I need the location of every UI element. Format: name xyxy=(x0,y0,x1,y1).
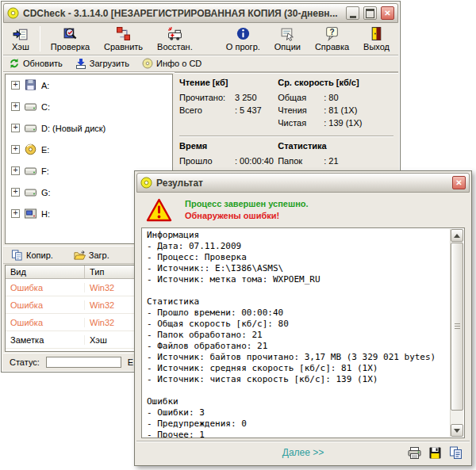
scroll-thumb[interactable] xyxy=(451,243,463,411)
speed-stats: Ср. скорость [кб/с] Общая: 80Чтения: 81 … xyxy=(278,78,393,129)
copy-errors-button[interactable]: Копир. xyxy=(11,250,53,261)
dialog-close-button[interactable] xyxy=(452,176,466,189)
log-line: - Файлов обработано: 21 xyxy=(147,341,447,352)
print-icon[interactable] xyxy=(408,446,421,460)
log-line: - Источник: средняя скорость [кб/с]: 81 … xyxy=(147,363,447,374)
main-titlebar[interactable]: CDCheck - 3.1.14.0 [НЕЗАРЕГИСТРИРОВАННАЯ… xyxy=(3,3,398,23)
log-line: - Процесс: Проверка xyxy=(147,252,447,263)
options-button[interactable]: Опции xyxy=(267,24,308,54)
result-dialog: Результат Процесс завершен успешно. Обна… xyxy=(134,170,472,466)
expand-icon[interactable] xyxy=(11,102,20,111)
help-button[interactable]: ? Справка xyxy=(308,24,356,54)
dialog-titlebar[interactable]: Результат xyxy=(136,173,470,193)
column-header[interactable]: Тип xyxy=(85,266,136,278)
main-toolbar: Хэш Проверка Сравнить xyxy=(3,23,398,55)
log-line xyxy=(147,385,447,396)
log-line: Информация xyxy=(147,230,447,241)
log-line: Ошибки xyxy=(147,396,447,407)
verify-button[interactable]: Проверка xyxy=(44,24,97,54)
tree-item-drive-e[interactable]: E: xyxy=(6,139,172,160)
copy-icon xyxy=(11,250,23,261)
log-line: - Источник: метка тома: WXPOEM_RU xyxy=(147,274,447,285)
expand-icon[interactable] xyxy=(11,81,20,90)
minimize-button[interactable] xyxy=(346,6,359,20)
recover-button[interactable]: Восстан. xyxy=(150,24,200,54)
log-line: - Прошло времени: 00:00:40 xyxy=(147,308,447,319)
exit-button[interactable]: Выход xyxy=(356,24,397,54)
stat-row: Прочитано:3 250 xyxy=(179,91,278,104)
log-line: Статистика xyxy=(147,296,447,308)
exit-icon xyxy=(369,26,384,41)
removable-drive-icon xyxy=(24,208,37,220)
stat-row: Чистая: 139 (1X) xyxy=(278,117,393,129)
result-log[interactable]: Информация- Дата: 07.11.2009- Процесс: П… xyxy=(141,227,465,438)
cd-info-icon xyxy=(142,58,153,69)
toolbar-separator xyxy=(40,26,40,52)
main-window-title: CDCheck - 3.1.14.0 [НЕЗАРЕГИСТРИРОВАННАЯ… xyxy=(23,8,342,19)
cd-drive-icon xyxy=(24,143,37,155)
app-cd-icon xyxy=(7,7,19,19)
close-button[interactable] xyxy=(381,6,394,20)
about-icon xyxy=(236,26,251,41)
expand-icon[interactable] xyxy=(11,124,20,132)
result-success-text: Процесс завершен успешно. xyxy=(185,198,309,210)
cd-info-button[interactable]: Инфо о CD xyxy=(142,58,202,69)
stat-row: Чтения: 81 (1X) xyxy=(278,104,393,117)
log-line xyxy=(147,285,447,296)
stat-row: Всего: 5 437 xyxy=(179,104,278,117)
hard-drive-icon xyxy=(24,186,37,198)
open-folder-icon xyxy=(74,250,86,261)
maximize-button[interactable] xyxy=(363,6,377,20)
hard-drive-icon xyxy=(24,165,37,177)
log-line: - Прочее: 1 xyxy=(147,430,447,438)
load-button[interactable]: Загрузить xyxy=(75,58,129,69)
load-errors-button[interactable]: Загр. xyxy=(74,250,109,261)
expand-icon[interactable] xyxy=(11,188,20,197)
tree-item-drive-d[interactable]: D: (Новый диск) xyxy=(6,117,172,139)
drive-navbar: Обновить Загрузить Инфо о CD xyxy=(3,55,398,72)
svg-text:?: ? xyxy=(329,28,334,36)
refresh-icon xyxy=(9,58,20,69)
stat-row: Папок: 21 xyxy=(278,155,393,167)
stat-row: Общая: 80 xyxy=(278,91,393,104)
warning-icon xyxy=(146,198,172,222)
tree-item-drive-a[interactable]: A: xyxy=(6,75,172,96)
compare-icon xyxy=(116,26,131,41)
result-header: Процесс завершен успешно. Обнаружены оши… xyxy=(136,193,470,227)
log-line: - Источник: чистая скорость [кб/с]: 139 … xyxy=(147,374,447,385)
scroll-down-icon[interactable] xyxy=(451,424,463,437)
compare-button[interactable]: Сравнить xyxy=(97,24,150,54)
hash-icon xyxy=(13,26,28,41)
expand-icon[interactable] xyxy=(11,166,20,175)
reading-stats: Чтение [кб] Прочитано:3 250Всего: 5 437 xyxy=(179,78,278,129)
scroll-up-icon[interactable] xyxy=(451,229,463,242)
log-line: - Предупреждения: 0 xyxy=(147,418,447,430)
status-progress-bar xyxy=(46,357,121,368)
status-label: Статус: xyxy=(10,357,40,367)
tree-item-drive-c[interactable]: C: xyxy=(6,96,172,117)
hash-button[interactable]: Хэш xyxy=(5,24,36,54)
log-line: - Папок обработано: 21 xyxy=(147,330,447,341)
about-button[interactable]: О прогр. xyxy=(219,24,267,54)
expand-icon[interactable] xyxy=(11,209,20,218)
expand-icon[interactable] xyxy=(11,145,20,154)
log-scrollbar[interactable] xyxy=(450,229,463,437)
column-header[interactable]: Вид xyxy=(6,266,85,278)
hard-drive-icon xyxy=(24,122,37,134)
app-cd-icon xyxy=(140,177,152,189)
dialog-title: Результат xyxy=(156,178,448,189)
refresh-button[interactable]: Обновить xyxy=(9,58,63,69)
hard-drive-icon xyxy=(24,101,37,113)
copy-report-icon[interactable] xyxy=(449,446,463,460)
save-icon[interactable] xyxy=(428,446,442,460)
stat-row: Прошло: 00:00:40 xyxy=(179,155,278,167)
log-line: - Источник: байтов прочитано: 3,17 MB (3… xyxy=(147,352,447,363)
verify-icon xyxy=(63,26,78,41)
result-error-text: Обнаружены ошибки! xyxy=(185,210,309,222)
floppy-drive-icon xyxy=(24,79,37,91)
options-icon xyxy=(280,26,295,41)
recover-icon xyxy=(167,26,182,41)
log-line: - Дата: 07.11.2009 xyxy=(147,241,447,252)
log-line: - Ошибки: 3 xyxy=(147,407,447,418)
download-icon xyxy=(75,58,86,69)
